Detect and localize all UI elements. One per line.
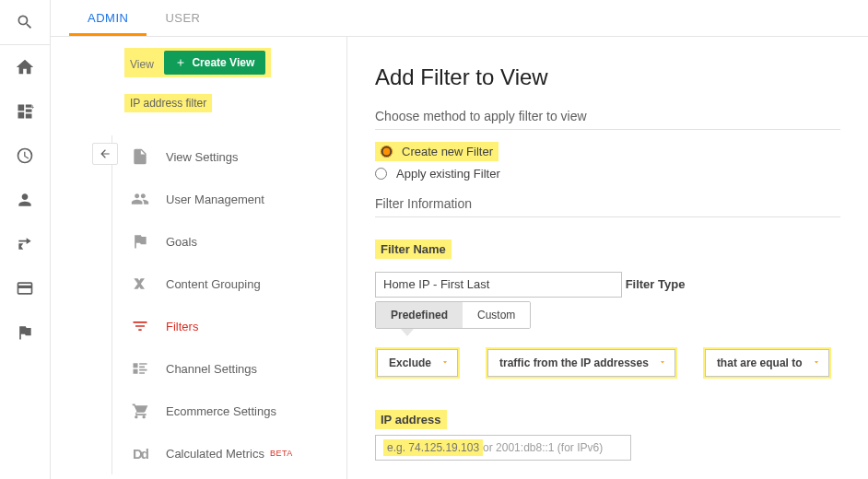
- filter-type-toggle: Predefined Custom: [375, 301, 531, 329]
- menu-label: View Settings: [166, 150, 239, 164]
- card-icon[interactable]: [0, 266, 50, 310]
- dd-action-label: Exclude: [389, 356, 431, 369]
- radio-apply-label: Apply existing Filter: [396, 167, 500, 181]
- filter-info-heading: Filter Information: [375, 196, 840, 217]
- search-icon[interactable]: [0, 0, 50, 44]
- filter-view-name: IP address filter: [124, 94, 212, 112]
- dd-icon: Dd: [131, 446, 149, 461]
- menu-label: Channel Settings: [166, 362, 257, 376]
- menu-label: User Management: [166, 193, 264, 206]
- ip-placeholder-highlight: e.g. 74.125.19.103: [383, 439, 483, 456]
- dashboard-icon[interactable]: +: [0, 89, 50, 134]
- dd-source-label: traffic from the IP addresses: [499, 356, 649, 369]
- flag-icon[interactable]: [0, 310, 50, 355]
- menu-label: Calculated Metrics: [166, 447, 264, 461]
- menu-label: Content Grouping: [166, 277, 261, 291]
- dd-source[interactable]: traffic from the IP addresses: [487, 349, 675, 377]
- caret-down-icon: [440, 356, 450, 369]
- custom-button[interactable]: Custom: [463, 302, 530, 328]
- caret-down-icon: [812, 356, 821, 369]
- menu-label: Ecommerce Settings: [166, 404, 276, 418]
- dd-expression-label: that are equal to: [717, 356, 803, 369]
- menu-label: Filters: [166, 320, 198, 333]
- menu-calculated-metrics[interactable]: Dd Calculated Metrics BETA: [122, 432, 346, 474]
- dd-action[interactable]: Exclude: [377, 349, 458, 377]
- filter-name-input[interactable]: [375, 272, 622, 298]
- ip-address-input-wrap[interactable]: e.g. 74.125.19.103 or 2001:db8::1 (for I…: [375, 435, 631, 461]
- person-icon[interactable]: [0, 178, 50, 222]
- menu-channel-settings[interactable]: Channel Settings: [122, 347, 346, 390]
- menu-content-grouping[interactable]: Content Grouping: [122, 263, 346, 305]
- radio-create-new[interactable]: [381, 146, 393, 158]
- home-icon[interactable]: [0, 45, 50, 89]
- beta-badge: BETA: [270, 449, 293, 458]
- caret-down-icon: [658, 356, 667, 369]
- menu-user-management[interactable]: User Management: [122, 178, 346, 220]
- dd-expression[interactable]: that are equal to: [705, 349, 829, 377]
- method-heading: Choose method to apply filter to view: [375, 109, 840, 130]
- view-label: View: [130, 58, 154, 71]
- menu-view-settings[interactable]: View Settings: [122, 135, 346, 178]
- flow-icon[interactable]: [0, 222, 50, 266]
- ip-address-label: IP address: [375, 410, 447, 429]
- menu-label: Goals: [166, 235, 197, 249]
- clock-icon[interactable]: [0, 134, 50, 178]
- menu-ecommerce-settings[interactable]: Ecommerce Settings: [122, 390, 346, 432]
- menu-goals[interactable]: Goals: [122, 220, 346, 263]
- top-tabs: ADMIN USER: [51, 0, 868, 37]
- ip-placeholder-rest: or 2001:db8::1 (for IPv6): [483, 441, 603, 454]
- create-view-label: Create View: [192, 56, 254, 69]
- radio-apply-existing[interactable]: [375, 168, 387, 180]
- svg-text:+: +: [31, 104, 34, 111]
- predefined-button[interactable]: Predefined: [376, 302, 463, 328]
- toggle-indicator-icon: [401, 329, 414, 336]
- tab-admin[interactable]: ADMIN: [69, 0, 147, 36]
- filter-type-label: Filter Type: [626, 277, 686, 291]
- back-arrow-button[interactable]: [92, 143, 118, 165]
- create-view-button[interactable]: Create View: [164, 51, 265, 75]
- tab-user[interactable]: USER: [147, 0, 218, 36]
- radio-create-label: Create new Filter: [402, 145, 493, 158]
- menu-filters[interactable]: Filters: [122, 305, 346, 347]
- page-title: Add Filter to View: [375, 64, 840, 90]
- filter-name-label: Filter Name: [375, 240, 452, 259]
